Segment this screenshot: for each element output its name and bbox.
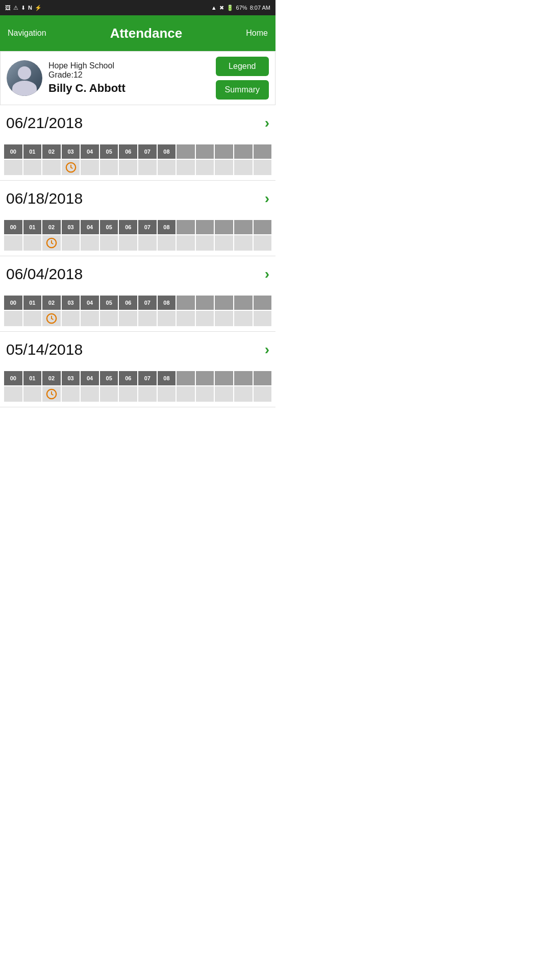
- clock-icon-3: [46, 313, 57, 324]
- attendance-entry-2: 06/18/2018 › 00 01 02 03 04 05 06 07 08: [0, 181, 276, 256]
- period-labels-row-2: 00 01 02 03 04 05 06 07 08: [4, 220, 271, 234]
- battery-percent: 67%: [236, 5, 247, 11]
- icon-cell-05: [100, 160, 118, 175]
- period-icons-1: [4, 160, 271, 175]
- period-cell-05: 05: [100, 144, 118, 159]
- card-buttons: Legend Summary: [216, 57, 269, 100]
- period-cell-07: 07: [138, 144, 157, 159]
- period-grid-2: 00 01 02 03 04 05 06 07 08: [0, 220, 276, 256]
- home-button[interactable]: Home: [246, 29, 268, 38]
- status-icons-left: 🖼 ⚠ ⬇ N ⚡: [5, 5, 42, 11]
- clock-icon-2: [46, 237, 57, 249]
- wifi-icon: ▲: [211, 5, 217, 11]
- chevron-icon-1: ›: [265, 115, 269, 131]
- period-cell-06: 06: [119, 144, 137, 159]
- attendance-entry-3: 06/04/2018 › 00 01 02 03 04 05 06 07 08: [0, 256, 276, 332]
- status-icons-right: ▲ ✖ 🔋 67% 8:07 AM: [211, 5, 270, 11]
- sim-off-icon: ✖: [219, 5, 224, 11]
- icon-cell-e1: [177, 160, 195, 175]
- period-cell-e5: [254, 144, 272, 159]
- period-cell-e3: [215, 144, 233, 159]
- battery-icon: 🔋: [227, 5, 234, 11]
- download-icon: ⬇: [21, 5, 26, 11]
- period-cell-03: 03: [62, 144, 80, 159]
- date-2: 06/18/2018: [6, 190, 83, 207]
- chevron-icon-2: ›: [265, 190, 269, 207]
- icon-cell-00: [4, 160, 22, 175]
- icon-cell-e2: [196, 160, 214, 175]
- attendance-entry-4: 05/14/2018 › 00 01 02 03 04 05 06 07 08: [0, 332, 276, 407]
- student-info: Hope High School Grade:12 Billy C. Abbot…: [48, 61, 210, 95]
- svg-line-8: [52, 318, 53, 320]
- svg-line-11: [52, 394, 53, 395]
- student-name: Billy C. Abbott: [48, 82, 210, 95]
- icon-cell-02-clock-3: [42, 311, 61, 326]
- usb-icon: ⚡: [35, 5, 42, 11]
- icon-cell-08: [158, 160, 176, 175]
- date-row-2[interactable]: 06/18/2018 ›: [0, 186, 276, 210]
- student-school: Hope High School: [48, 61, 210, 70]
- summary-button[interactable]: Summary: [216, 80, 269, 100]
- period-grid-1: 00 01 02 03 04 05 06 07 08: [0, 144, 276, 180]
- date-4: 05/14/2018: [6, 341, 83, 358]
- navigation-button[interactable]: Navigation: [8, 29, 46, 38]
- attendance-entry-1: 06/21/2018 › 00 01 02 03 04 05 06 07 08: [0, 105, 276, 181]
- icon-cell-02: [42, 160, 61, 175]
- period-grid-3: 00 01 02 03 04 05 06 07 08: [0, 296, 276, 331]
- svg-line-2: [71, 167, 72, 168]
- period-cell-08: 08: [158, 144, 176, 159]
- chevron-icon-4: ›: [265, 341, 269, 358]
- status-bar: 🖼 ⚠ ⬇ N ⚡ ▲ ✖ 🔋 67% 8:07 AM: [0, 0, 276, 15]
- student-grade: Grade:12: [48, 70, 210, 80]
- page-title: Attendance: [110, 26, 183, 41]
- period-cell-01: 01: [23, 144, 42, 159]
- icon-cell-e5: [254, 160, 272, 175]
- icon-cell-e3: [215, 160, 233, 175]
- icon-cell-07: [138, 160, 157, 175]
- period-grid-4: 00 01 02 03 04 05 06 07 08: [0, 371, 276, 407]
- icon-cell-02-clock-4: [42, 386, 61, 402]
- period-cell-e1: [177, 144, 195, 159]
- icon-cell-06: [119, 160, 137, 175]
- period-labels-row-3: 00 01 02 03 04 05 06 07 08: [4, 296, 271, 310]
- icon-cell-e4: [234, 160, 253, 175]
- period-icons-4: [4, 386, 271, 402]
- date-row-1[interactable]: 06/21/2018 ›: [0, 110, 276, 134]
- icon-cell-01: [23, 160, 42, 175]
- icon-cell-02-clock: [42, 235, 61, 251]
- period-icons-2: [4, 235, 271, 251]
- icon-cell-03-clock: [62, 160, 80, 175]
- clock-icon-4: [46, 388, 57, 400]
- attendance-list: 06/21/2018 › 00 01 02 03 04 05 06 07 08: [0, 105, 276, 407]
- warning-icon: ⚠: [13, 5, 18, 11]
- student-card: Hope High School Grade:12 Billy C. Abbot…: [0, 51, 276, 105]
- date-row-3[interactable]: 06/04/2018 ›: [0, 261, 276, 285]
- period-cell-e2: [196, 144, 214, 159]
- period-icons-3: [4, 311, 271, 326]
- date-3: 06/04/2018: [6, 265, 83, 283]
- svg-line-5: [52, 243, 53, 244]
- legend-button[interactable]: Legend: [216, 57, 269, 76]
- date-1: 06/21/2018: [6, 114, 83, 132]
- period-cell-02: 02: [42, 144, 61, 159]
- date-row-4[interactable]: 05/14/2018 ›: [0, 337, 276, 361]
- period-labels-row-4: 00 01 02 03 04 05 06 07 08: [4, 371, 271, 385]
- chevron-icon-3: ›: [265, 266, 269, 282]
- period-cell-e4: [234, 144, 253, 159]
- n-logo-icon: N: [28, 5, 32, 11]
- time-display: 8:07 AM: [250, 5, 270, 11]
- period-labels-row-1: 00 01 02 03 04 05 06 07 08: [4, 144, 271, 159]
- clock-icon-1: [65, 162, 77, 173]
- period-cell-00: 00: [4, 144, 22, 159]
- photo-icon: 🖼: [5, 5, 11, 11]
- icon-cell-04: [81, 160, 99, 175]
- avatar: [7, 60, 42, 96]
- app-header: Navigation Attendance Home: [0, 15, 276, 51]
- avatar-image: [7, 60, 42, 96]
- period-cell-04: 04: [81, 144, 99, 159]
